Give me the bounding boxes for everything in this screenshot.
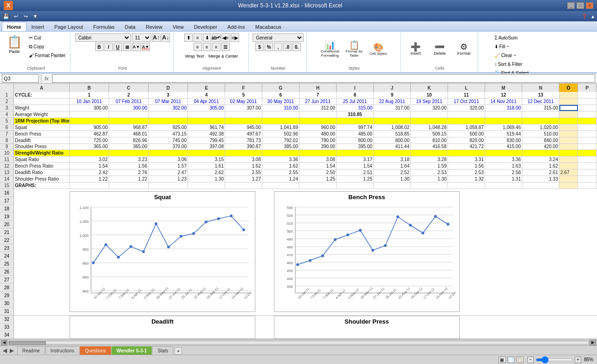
cell-J8[interactable]: 800.00	[374, 137, 411, 143]
cell-L13[interactable]: 2.53	[448, 169, 485, 176]
tab-home[interactable]: Home	[2, 22, 26, 31]
cell-J14[interactable]: 1.30	[374, 176, 411, 182]
cell-P3[interactable]	[578, 105, 597, 111]
cell-D14[interactable]: 1.23	[149, 176, 188, 182]
cell-N1[interactable]: 13	[522, 92, 559, 98]
cell-C9[interactable]: 365.00	[109, 144, 149, 150]
cell-I13[interactable]: 2.51	[337, 169, 374, 176]
cell-N3[interactable]: 315.00	[522, 105, 559, 111]
cell-L2[interactable]: 17 Oct 2011	[448, 98, 485, 104]
cut-button[interactable]: ✂ Cut	[27, 33, 67, 42]
cell-I14[interactable]: 1.25	[337, 176, 374, 182]
cell-B7[interactable]: 462.87	[70, 131, 109, 137]
row-header-23[interactable]: 23	[0, 244, 14, 252]
cell-H9[interactable]: 390.00	[299, 144, 337, 150]
cell-M2[interactable]: 14 Nov 2011	[485, 98, 522, 104]
page-break-view-btn[interactable]: 📋	[516, 357, 524, 363]
cell-A8[interactable]: Deadlift	[14, 137, 70, 143]
cell-K12[interactable]: 1.59	[411, 163, 448, 169]
cell-D2[interactable]: 07 Mar 2011	[149, 98, 188, 104]
row-header-12[interactable]: 12	[0, 163, 14, 169]
cell-P6[interactable]	[578, 124, 597, 130]
cell-M7[interactable]: 519.44	[485, 131, 522, 137]
cell-K4[interactable]	[411, 111, 448, 117]
cell-A3[interactable]: Weight	[14, 105, 70, 111]
cell-E5[interactable]	[188, 118, 225, 124]
align-left-btn[interactable]: ≡	[194, 43, 202, 51]
cell-F8[interactable]: 781.73	[225, 137, 262, 143]
indent-increase-btn[interactable]: ≡▶	[231, 33, 239, 42]
col-header-N[interactable]: N	[522, 84, 559, 92]
cell-L12[interactable]: 1.56	[448, 163, 485, 169]
cell-J6[interactable]: 1,008.02	[374, 124, 411, 130]
cell-H15[interactable]	[299, 182, 337, 188]
cell-C3[interactable]: 300.00	[109, 105, 149, 111]
normal-view-btn[interactable]: ▦	[499, 357, 506, 363]
scroll-thumb[interactable]	[9, 341, 46, 345]
cell-M15[interactable]	[485, 182, 522, 188]
cell-C12[interactable]: 1.56	[109, 163, 149, 169]
col-header-L[interactable]: L	[448, 84, 485, 92]
cell-F10[interactable]	[225, 150, 262, 156]
cell-P14[interactable]	[578, 176, 597, 182]
percent-btn[interactable]: %	[265, 43, 273, 51]
cell-I8[interactable]: 800.00	[337, 137, 374, 143]
cell-K9[interactable]: 416.58	[411, 144, 448, 150]
row-header-34[interactable]: 34	[0, 331, 14, 338]
cell-D6[interactable]: 925.00	[149, 124, 188, 130]
ribbon-minimize-btn[interactable]: ▲	[591, 14, 595, 19]
row-header-30[interactable]: 30	[0, 299, 14, 307]
cell-H7[interactable]: 480.00	[299, 131, 337, 137]
row-header-8[interactable]: 8	[0, 137, 14, 143]
cell-D10[interactable]	[149, 150, 188, 156]
cell-P7[interactable]	[578, 131, 597, 137]
cell-A5[interactable]: 1RM Projection (Top Workset)	[14, 118, 70, 124]
col-header-I[interactable]: I	[337, 84, 374, 92]
window-controls[interactable]: _ □ ×	[567, 2, 593, 9]
cell-A14[interactable]: Shoulder Press Ratio	[14, 176, 70, 182]
row-header-33[interactable]: 33	[0, 324, 14, 332]
cell-P4[interactable]	[578, 111, 597, 117]
cell-L8[interactable]: 820.00	[448, 137, 485, 143]
autosum-button[interactable]: ΣAutoSum	[493, 33, 519, 42]
cell-G3[interactable]: 310.00	[262, 105, 299, 111]
fill-button[interactable]: ⬇Fill ~	[493, 42, 511, 51]
tab-macabacus[interactable]: Macabacus	[250, 22, 286, 31]
tab-questions[interactable]: Questions	[80, 346, 111, 355]
cell-C11[interactable]: 3.23	[109, 156, 149, 162]
cell-I15[interactable]	[337, 182, 374, 188]
cell-F2[interactable]: 02 May 2011	[225, 98, 262, 104]
font-size-select[interactable]: 11	[132, 33, 151, 42]
cell-C2[interactable]: 07 Feb 2011	[109, 98, 149, 104]
paste-button[interactable]: 📋 Paste	[5, 33, 24, 55]
cell-B6[interactable]: 905.00	[70, 124, 109, 130]
col-header-O[interactable]: O	[559, 84, 578, 92]
cell-G14[interactable]: 1.24	[262, 176, 299, 182]
col-header-C[interactable]: C	[109, 84, 149, 92]
tab-developer[interactable]: Developer	[189, 22, 222, 31]
cell-H3[interactable]: 312.00	[299, 105, 337, 111]
cell-P12[interactable]	[578, 163, 597, 169]
col-header-F[interactable]: F	[225, 84, 262, 92]
formula-input[interactable]	[52, 74, 595, 83]
close-btn[interactable]: ×	[586, 2, 593, 9]
cell-J7[interactable]: 518.85	[374, 131, 411, 137]
delete-cells-button[interactable]: ➖ Delete	[428, 36, 451, 63]
cell-M6[interactable]: 1,069.46	[485, 124, 522, 130]
cell-G4[interactable]	[262, 111, 299, 117]
row-header-18[interactable]: 18	[0, 205, 14, 213]
cell-B11[interactable]: 3.02	[70, 156, 109, 162]
zoom-level[interactable]: 85%	[584, 357, 593, 362]
cell-K15[interactable]	[411, 182, 448, 188]
cell-H12[interactable]: 1.54	[299, 163, 337, 169]
cell-B1[interactable]: 1	[70, 92, 109, 98]
cell-C6[interactable]: 968.87	[109, 124, 149, 130]
cell-C10[interactable]	[109, 150, 149, 156]
text-direction-btn[interactable]: ab↶	[212, 33, 221, 42]
col-header-A[interactable]: A	[14, 84, 70, 92]
row-header-20[interactable]: 20	[0, 221, 14, 228]
cell-I4[interactable]: 310.85	[337, 111, 374, 117]
cell-C4[interactable]	[109, 111, 149, 117]
cell-F11[interactable]: 3.08	[225, 156, 262, 162]
cell-I3[interactable]: 315.00	[337, 105, 374, 111]
